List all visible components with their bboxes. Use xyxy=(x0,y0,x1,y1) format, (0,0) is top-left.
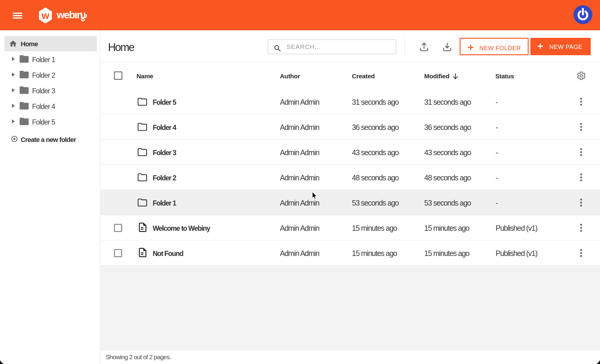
svg-text:w: w xyxy=(41,10,50,21)
